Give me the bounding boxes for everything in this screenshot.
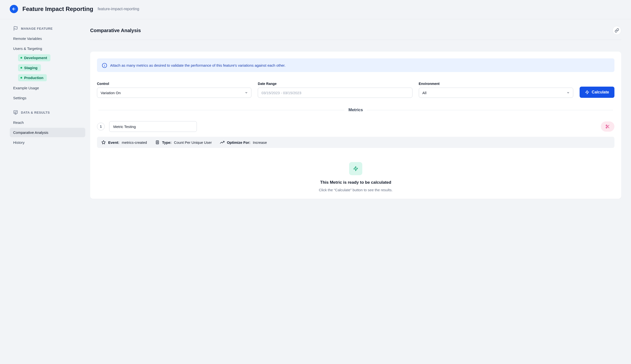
control-select[interactable]: Variation On — [97, 88, 252, 98]
detail-optimize: Optimize For: Increase — [220, 140, 267, 144]
sidebar-item-reach[interactable]: Reach — [10, 118, 85, 127]
sidebar-item-label: Settings — [13, 96, 26, 100]
svg-point-19 — [158, 142, 158, 142]
sidebar-item-users-targeting[interactable]: Users & Targeting — [10, 44, 85, 53]
env-label: Development — [24, 56, 47, 60]
detail-value: metrics-created — [122, 140, 147, 144]
lightning-icon — [353, 166, 358, 171]
page-slug: feature-impact-reporting — [98, 7, 139, 11]
info-banner: Attach as many metrics as desired to val… — [97, 58, 614, 72]
env-chip-staging[interactable]: Staging — [18, 64, 41, 71]
info-text: Attach as many metrics as desired to val… — [110, 63, 286, 68]
main-content: Comparative Analysis Attach as many metr… — [90, 19, 621, 199]
detail-label: Event: — [108, 140, 119, 144]
detail-event: Event: metrics-created — [101, 140, 147, 144]
env-chip-production[interactable]: Production — [18, 74, 47, 81]
controls-row: Control Variation On Date Range 03/15/20… — [97, 82, 614, 98]
control-label: Control — [97, 82, 252, 86]
detail-type: Type: Count Per Unique User — [155, 140, 212, 144]
svg-point-21 — [157, 143, 158, 143]
presentation-chart-icon — [13, 110, 18, 115]
copy-link-button[interactable] — [612, 26, 621, 35]
sidebar: MANAGE FEATURE Remote Variables Users & … — [10, 19, 90, 199]
ready-state: This Metric is ready to be calculated Cl… — [97, 160, 614, 192]
ready-icon-wrap — [349, 162, 362, 175]
metric-name: Metric Testing — [113, 124, 136, 129]
back-button[interactable] — [10, 5, 18, 13]
sidebar-item-label: Example Usage — [13, 86, 39, 90]
date-placeholder: 03/15/2023 - 03/15/2023 — [261, 91, 301, 95]
control-label: Date Range — [258, 82, 412, 86]
svg-marker-14 — [102, 141, 105, 144]
sidebar-item-comparative-analysis[interactable]: Comparative Analysis — [10, 128, 85, 137]
svg-marker-8 — [585, 90, 589, 94]
environment-list: Development Staging Production — [10, 54, 85, 81]
environment-select[interactable]: All — [419, 88, 573, 98]
sidebar-item-label: Reach — [13, 120, 24, 124]
sidebar-section-data: DATA & RESULTS — [10, 110, 85, 115]
metric-details-bar: Event: metrics-created Type: Count Per U… — [97, 137, 614, 148]
metrics-label: Metrics — [348, 108, 363, 112]
ready-title: This Metric is ready to be calculated — [320, 180, 391, 185]
svg-point-17 — [157, 142, 157, 142]
env-label: Staging — [24, 66, 38, 70]
detail-value: Count Per Unique User — [174, 140, 212, 144]
select-value: Variation On — [101, 91, 121, 95]
date-range-input[interactable]: 03/15/2023 - 03/15/2023 — [258, 88, 412, 98]
detail-label: Optimize For: — [227, 140, 251, 144]
arrow-left-icon — [12, 7, 16, 11]
sidebar-item-label: History — [13, 140, 25, 144]
metric-row: 1 Metric Testing — [97, 121, 614, 132]
svg-point-22 — [158, 143, 158, 143]
calculate-button[interactable]: Calculate — [580, 86, 614, 98]
sidebar-section-manage: MANAGE FEATURE — [10, 26, 85, 31]
status-dot-icon — [21, 77, 22, 78]
sidebar-section-label: MANAGE FEATURE — [21, 27, 53, 30]
metrics-divider: Metrics — [98, 108, 613, 112]
sidebar-item-label: Comparative Analysis — [13, 130, 48, 134]
page-title: Feature Impact Reporting — [23, 6, 93, 12]
sidebar-item-label: Remote Variables — [13, 36, 42, 41]
link-icon — [615, 28, 619, 32]
main-header: Comparative Analysis — [90, 26, 621, 40]
control-group-date: Date Range 03/15/2023 - 03/15/2023 — [258, 82, 412, 98]
sidebar-item-label: Users & Targeting — [13, 46, 42, 50]
chevron-down-icon — [245, 91, 248, 94]
trend-up-icon — [220, 140, 224, 144]
sidebar-item-remote-variables[interactable]: Remote Variables — [10, 34, 85, 43]
svg-line-12 — [608, 127, 609, 128]
remove-metric-button[interactable] — [601, 122, 614, 132]
app-root: Feature Impact Reporting feature-impact-… — [0, 0, 631, 364]
svg-line-13 — [607, 126, 608, 126]
select-value: All — [423, 91, 427, 95]
svg-point-20 — [157, 143, 157, 143]
divider-line — [98, 110, 344, 110]
sidebar-item-history[interactable]: History — [10, 138, 85, 147]
control-label: Environment — [419, 82, 573, 86]
divider-line — [367, 110, 613, 110]
control-group-control: Control Variation On — [97, 82, 252, 98]
control-group-environment: Environment All — [419, 82, 573, 98]
lightning-icon — [585, 90, 589, 94]
svg-point-18 — [157, 142, 158, 142]
metric-index-badge: 1 — [97, 123, 105, 130]
detail-label: Type: — [162, 140, 171, 144]
ready-subtitle: Click the “Calculate” button to see the … — [319, 188, 393, 192]
detail-value: Increase — [253, 140, 267, 144]
status-dot-icon — [21, 57, 22, 59]
calculator-icon — [155, 140, 160, 144]
sidebar-section-label: DATA & RESULTS — [21, 111, 50, 114]
status-dot-icon — [21, 67, 22, 68]
metric-name-display[interactable]: Metric Testing — [109, 121, 197, 132]
star-icon — [101, 140, 106, 144]
flag-icon — [13, 26, 18, 31]
svg-marker-23 — [354, 166, 358, 171]
env-chip-development[interactable]: Development — [18, 54, 50, 61]
page-header: Feature Impact Reporting feature-impact-… — [0, 0, 631, 19]
sidebar-item-example-usage[interactable]: Example Usage — [10, 83, 85, 93]
chevron-down-icon — [567, 91, 570, 94]
info-icon — [102, 63, 107, 68]
scissors-icon — [605, 124, 610, 129]
main-title: Comparative Analysis — [90, 28, 141, 33]
sidebar-item-settings[interactable]: Settings — [10, 93, 85, 103]
